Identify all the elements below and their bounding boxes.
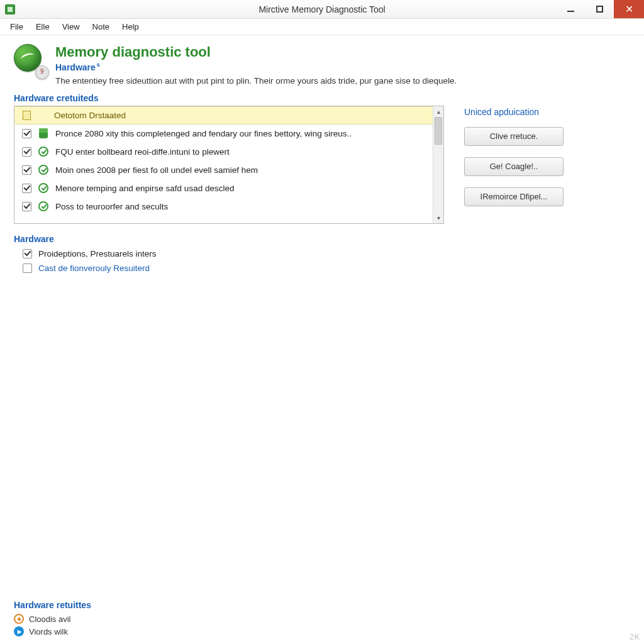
- footer-item[interactable]: Cloodis avil: [14, 613, 630, 625]
- list-item[interactable]: Moin ones 2008 per fiest fo oll undel ev…: [14, 161, 433, 179]
- footer: Hardware retuittes Cloodis avil Viords w…: [14, 600, 630, 638]
- menu-view[interactable]: View: [56, 20, 86, 33]
- footer-item[interactable]: Viords wilk: [14, 625, 630, 638]
- checkbox[interactable]: [23, 249, 32, 258]
- diagnostic-listbox[interactable]: Oetotom Drstaated Pronce 2080 xity this …: [14, 106, 444, 224]
- clive-button[interactable]: Clive rretuce.: [464, 127, 564, 146]
- page-header: Memory diagnostic tool Hardwares The ent…: [14, 44, 630, 86]
- side-heading: Uniced apduication: [464, 107, 630, 117]
- page-description: The ententiey free sideuttion aut with p…: [55, 76, 457, 86]
- list-item-text: Moin ones 2008 per fiest fo oll undel ev…: [55, 165, 258, 175]
- window-title: Mirctive Memory Diagnostic Tool: [0, 4, 644, 14]
- remoirce-button[interactable]: IRemoirce Dfipel...: [464, 187, 564, 206]
- list-item-text: Pronce 2080 xity this completenged and f…: [55, 129, 352, 138]
- scroll-thumb[interactable]: [435, 117, 442, 145]
- ok-icon: [38, 182, 49, 194]
- ok-icon: [38, 201, 49, 212]
- ok-icon: [38, 146, 49, 157]
- page-title: Memory diagnostic tool: [55, 44, 457, 60]
- checkbox[interactable]: [22, 184, 31, 193]
- page-subtitle: Hardwares: [55, 62, 457, 72]
- header-text: Memory diagnostic tool Hardwares The ent…: [55, 44, 457, 86]
- list-section-label: Hardware cretuiteds: [14, 93, 630, 103]
- clock-icon: [14, 614, 24, 624]
- footer-item-text: Cloodis avil: [29, 614, 70, 624]
- list-header-text: Oetotom Drstaated: [54, 111, 126, 120]
- shield-icon: [38, 128, 49, 139]
- list-item-text: Poss to teuroorfer and secults: [55, 202, 168, 211]
- hardware-label: Hardware: [14, 234, 630, 244]
- corner-tag: 2K: [630, 633, 640, 641]
- option-text: Proideptions, Prestuarels inters: [38, 249, 157, 258]
- list-item[interactable]: Pronce 2080 xity this completenged and f…: [14, 125, 433, 143]
- list-item-text: FQU enter bollbeard reoi-diffe.intuni to…: [55, 147, 230, 157]
- menu-file[interactable]: File: [4, 20, 30, 33]
- checkbox[interactable]: [22, 129, 31, 138]
- option-row[interactable]: Proideptions, Prestuarels inters: [14, 247, 630, 261]
- checkbox[interactable]: [22, 165, 31, 175]
- scroll-down-icon[interactable]: ▾: [433, 213, 443, 223]
- menu-help[interactable]: Help: [116, 20, 145, 33]
- footer-label: Hardware retuittes: [14, 600, 630, 610]
- checkbox[interactable]: [22, 147, 31, 157]
- list-header-row[interactable]: Oetotom Drstaated: [14, 106, 433, 125]
- list-item-text: Menore temping and enpirse safd usad des…: [55, 184, 234, 193]
- checkbox[interactable]: [22, 202, 31, 211]
- menu-note[interactable]: Note: [86, 20, 116, 33]
- list-rows: Oetotom Drstaated Pronce 2080 xity this …: [14, 106, 433, 223]
- scrollbar[interactable]: ▴ ▾: [433, 106, 443, 223]
- titlebar: Mirctive Memory Diagnostic Tool ✕: [0, 0, 644, 19]
- doc-icon: [21, 109, 32, 121]
- list-item[interactable]: Poss to teuroorfer and secults: [14, 197, 433, 216]
- gear-badge-icon: [35, 65, 49, 79]
- option-text: Cast de fionverouly Resuiterd: [38, 264, 150, 273]
- menubar: File Elle View Note Help: [0, 19, 644, 35]
- option-row-link[interactable]: Cast de fionverouly Resuiterd: [14, 261, 630, 275]
- list-item[interactable]: FQU enter bollbeard reoi-diffe.intuni to…: [14, 143, 433, 161]
- checkbox[interactable]: [23, 264, 32, 273]
- ok-icon: [38, 164, 49, 175]
- header-icon: [14, 44, 47, 77]
- content-area: Memory diagnostic tool Hardwares The ent…: [0, 35, 644, 644]
- scroll-up-icon[interactable]: ▴: [433, 106, 443, 117]
- play-icon: [14, 626, 24, 636]
- footer-item-text: Viords wilk: [29, 627, 68, 636]
- list-item[interactable]: Menore temping and enpirse safd usad des…: [14, 179, 433, 197]
- hardware-options: Hardware Proideptions, Prestuarels inter…: [14, 234, 630, 275]
- side-panel: Uniced apduication Clive rretuce. Ge! Co…: [460, 106, 630, 214]
- menu-elle[interactable]: Elle: [30, 20, 56, 33]
- get-coagle-button[interactable]: Ge! Coagle!..: [464, 157, 564, 176]
